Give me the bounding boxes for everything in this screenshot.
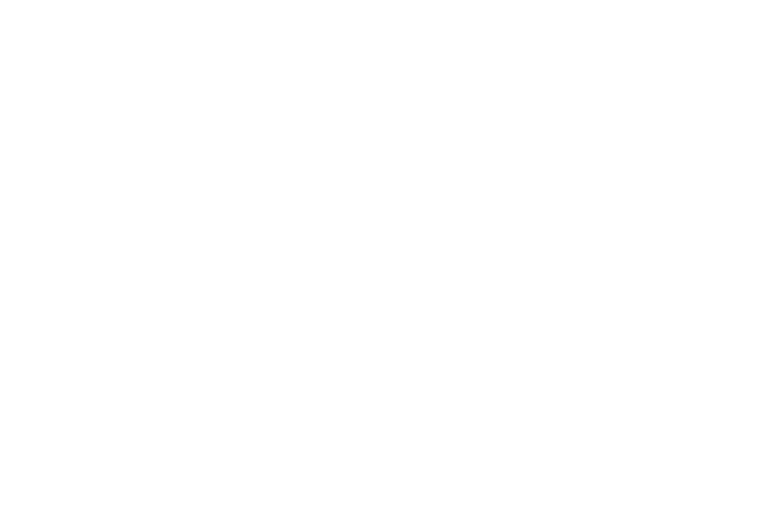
org-chart-diagram [272, 0, 505, 159]
